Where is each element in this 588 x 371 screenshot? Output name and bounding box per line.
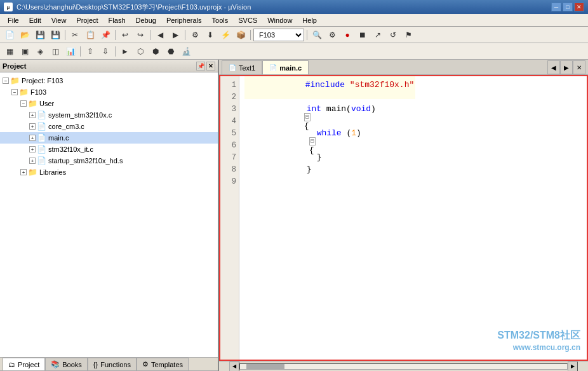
back-btn[interactable]: ◀ [153, 29, 167, 41]
menu-file[interactable]: File [3, 15, 24, 25]
tree-item-8[interactable]: +📁Libraries [0, 166, 218, 178]
step-btn[interactable]: ↗ [371, 29, 385, 41]
tree-item-7[interactable]: +📄startup_stm32f10x_hd.s [0, 155, 218, 166]
hscroll-thumb[interactable] [246, 364, 284, 369]
tree-item-0[interactable]: −📁Project: F103 [0, 75, 218, 86]
tree-item-6[interactable]: +📄stm32f10x_it.c [0, 144, 218, 155]
tree-expander-6[interactable]: + [29, 146, 36, 152]
tb2-btn4[interactable]: ◫ [48, 45, 62, 58]
tab-functions[interactable]: {} Functions [88, 358, 137, 370]
scroll-right[interactable]: ▶ [568, 361, 578, 372]
save-btn[interactable]: 💾 [33, 29, 47, 41]
tb2-btn5[interactable]: 📊 [63, 45, 77, 58]
maximize-button[interactable]: □ [563, 3, 573, 11]
target-dropdown[interactable]: F103 [253, 29, 304, 41]
tb2-btn7[interactable]: ⇩ [98, 45, 112, 58]
find-btn[interactable]: 🔍 [310, 29, 324, 41]
panel-pin-btn[interactable]: 📌 [196, 62, 205, 71]
sep3 [150, 30, 150, 40]
tab-close-btn[interactable]: ✕ [573, 60, 585, 74]
tb2-btn6[interactable]: ⇧ [83, 45, 97, 58]
menu-help[interactable]: Help [297, 15, 322, 25]
menu-edit[interactable]: Edit [24, 15, 46, 25]
menu-peripherals[interactable]: Peripherals [161, 15, 207, 25]
tab-books-icon: 📚 [51, 360, 60, 368]
tree-item-4[interactable]: +📄core_cm3.c [0, 121, 218, 132]
tb2-btn9[interactable]: ⬡ [133, 45, 147, 58]
tree-expander-5[interactable]: + [29, 135, 36, 141]
tree-item-2[interactable]: −📁User [0, 98, 218, 109]
tree-expander-7[interactable]: + [29, 158, 36, 164]
tree-item-1[interactable]: −📁F103 [0, 86, 218, 98]
panel-buttons: 📌 ✕ [196, 62, 215, 71]
tab-close-right[interactable]: ▶ [560, 60, 573, 74]
save-all-btn[interactable]: 💾 [48, 29, 62, 41]
reset-btn[interactable]: ↺ [386, 29, 400, 41]
fwd-btn[interactable]: ▶ [168, 29, 182, 41]
bottom-tabs: 🗂 Project 📚 Books {} Functions ⚙ Templat… [0, 357, 218, 371]
tab-close-left[interactable]: ◀ [547, 60, 560, 74]
download-btn[interactable]: ⬇ [203, 29, 217, 41]
menu-tools[interactable]: Tools [207, 15, 234, 25]
cut-btn[interactable]: ✂ [68, 29, 82, 41]
code-editor[interactable]: 1 2 3 4 5 6 7 8 9 #include "stm32f10x.h" [219, 75, 588, 361]
menu-project[interactable]: Project [71, 15, 103, 25]
title-bar: μ C:\Users\zhanghui\Desktop\STM32F103学习\… [0, 0, 588, 14]
tb2-btn8[interactable]: ► [118, 45, 132, 58]
close-button[interactable]: ✕ [574, 3, 584, 11]
sep2 [115, 30, 116, 40]
menu-window[interactable]: Window [262, 15, 297, 25]
stop-btn[interactable]: ⏹ [356, 29, 370, 41]
tab-mainc[interactable]: 📄 main.c [262, 60, 309, 74]
undo-btn[interactable]: ↩ [118, 29, 132, 41]
menu-debug[interactable]: Debug [131, 15, 161, 25]
tree-label-8: Libraries [39, 168, 66, 176]
tree-item-5[interactable]: +📄main.c [0, 132, 218, 144]
tab-project[interactable]: 🗂 Project [3, 358, 45, 370]
tab-templates[interactable]: ⚙ Templates [137, 358, 189, 370]
line-9: 9 [220, 175, 239, 187]
tree-expander-4[interactable]: + [29, 123, 36, 130]
tab-books[interactable]: 📚 Books [45, 358, 88, 370]
fn-main: main [326, 104, 346, 114]
build-target-btn[interactable]: ⚙ [188, 29, 202, 41]
tree-icon-8: 📁 [28, 168, 37, 177]
tree-expander-3[interactable]: + [29, 112, 36, 118]
run-btn[interactable]: ● [340, 29, 354, 41]
code-content[interactable]: #include "stm32f10x.h" int main(void) ⊟ … [239, 76, 587, 360]
redo-btn[interactable]: ↪ [133, 29, 147, 41]
menu-view[interactable]: View [46, 15, 72, 25]
paste-btn[interactable]: 📌 [98, 29, 112, 41]
menu-flash[interactable]: Flash [104, 15, 131, 25]
tree-expander-2[interactable]: − [20, 100, 27, 107]
menu-svcs[interactable]: SVCS [233, 15, 262, 25]
tab-text1[interactable]: 📄 Text1 [222, 60, 262, 74]
scroll-left[interactable]: ◀ [229, 361, 239, 372]
tree-expander-8[interactable]: + [20, 169, 27, 175]
minimize-button[interactable]: ─ [551, 3, 561, 11]
tb2-btn11[interactable]: ⬣ [164, 45, 178, 58]
tree-item-3[interactable]: +📄system_stm32f10x.c [0, 109, 218, 121]
window-title: C:\Users\zhanghui\Desktop\STM32F103学习\Pr… [17, 3, 547, 12]
open-btn[interactable]: 📂 [18, 29, 32, 41]
tb2-btn1[interactable]: ▦ [3, 45, 17, 58]
toolbar2: ▦ ▣ ◈ ◫ 📊 ⇧ ⇩ ► ⬡ ⬢ ⬣ 🔬 [0, 43, 588, 60]
copy-btn[interactable]: 📋 [83, 29, 97, 41]
extra-btn[interactable]: ⚑ [401, 29, 415, 41]
settings-btn[interactable]: ⚙ [325, 29, 339, 41]
tb2-btn3[interactable]: ◈ [33, 45, 47, 58]
sep6 [307, 30, 307, 40]
tb2-btn12[interactable]: 🔬 [179, 45, 193, 58]
flash-btn[interactable]: ⚡ [218, 29, 232, 41]
tree-label-7: startup_stm32f10x_hd.s [48, 157, 123, 165]
tb2-btn10[interactable]: ⬢ [149, 45, 163, 58]
tb2-btn2[interactable]: ▣ [18, 45, 32, 58]
new-file-btn[interactable]: 📄 [3, 29, 17, 41]
tree-expander-0[interactable]: − [3, 78, 9, 84]
tree-expander-1[interactable]: − [11, 89, 18, 95]
keyword-void: void [351, 104, 371, 114]
hscroll-track[interactable] [239, 363, 568, 370]
sep4 [185, 30, 185, 40]
batch-btn[interactable]: 📦 [234, 29, 248, 41]
panel-close-btn[interactable]: ✕ [206, 62, 215, 71]
